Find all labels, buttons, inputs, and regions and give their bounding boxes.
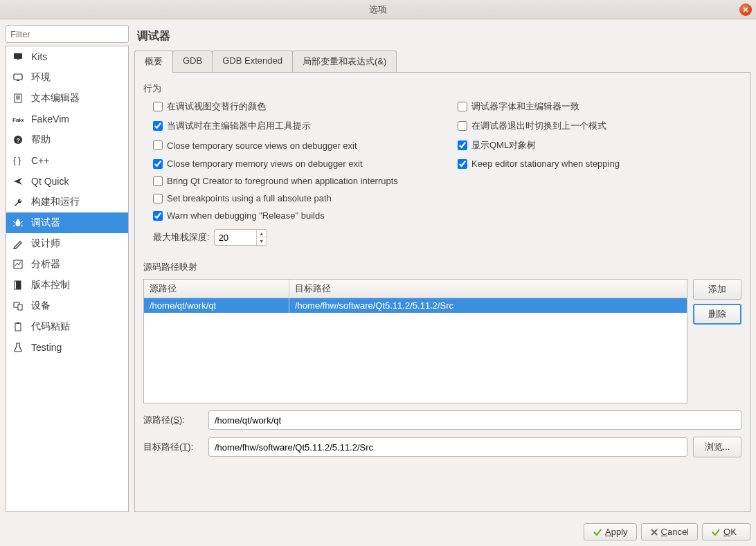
- check-label: Close temporary source views on debugger…: [167, 140, 357, 151]
- category-cpp[interactable]: { }C++: [6, 150, 128, 171]
- svg-text:?: ?: [17, 137, 21, 144]
- check-stationary[interactable]: Keep editor stationary when stepping: [458, 158, 741, 169]
- category-label: 设备: [31, 300, 51, 312]
- paste-icon: [12, 320, 24, 333]
- checkbox-close-mem[interactable]: [153, 159, 163, 169]
- svg-text:Fake: Fake: [12, 117, 24, 123]
- checkbox-absbp[interactable]: [153, 194, 163, 203]
- category-fakevim[interactable]: FakeFakeVim: [6, 109, 128, 129]
- check-abs-breakpoints[interactable]: Set breakpoints using a full absolute pa…: [153, 193, 741, 203]
- target-path-input[interactable]: [208, 437, 687, 457]
- check-close-memory[interactable]: Close temporary memory views on debugger…: [153, 158, 451, 169]
- category-label: 构建和运行: [31, 196, 80, 208]
- dialog-footer: Apply Cancel OK: [0, 518, 756, 546]
- spin-up-icon[interactable]: ▲: [257, 230, 267, 237]
- checkbox-font[interactable]: [458, 102, 467, 111]
- monitor-outline-icon: [12, 71, 24, 84]
- checkbox-stationary[interactable]: [458, 159, 467, 169]
- svg-rect-3: [17, 80, 19, 81]
- braces-icon: { }: [12, 154, 24, 167]
- category-help[interactable]: ?帮助: [6, 129, 128, 150]
- source-path-input[interactable]: [208, 410, 741, 430]
- delete-button[interactable]: 删除: [693, 304, 741, 325]
- check-qml-tree[interactable]: 显示QML对象树: [458, 139, 741, 152]
- tab-0[interactable]: 概要: [134, 51, 173, 72]
- source-path-label: 源路径(S):: [143, 414, 203, 426]
- category-analyzer[interactable]: 分析器: [6, 254, 128, 275]
- svg-text:{ }: { }: [13, 156, 21, 165]
- check-close-source[interactable]: Close temporary source views on debugger…: [153, 139, 451, 152]
- category-label: Kits: [31, 51, 47, 62]
- titlebar: 选项: [0, 0, 756, 19]
- flask-icon: [12, 341, 24, 354]
- check-alt-row-colors[interactable]: 在调试视图交替行的颜色: [153, 100, 451, 113]
- tab-bar: 概要GDBGDB Extended局部变量和表达式(&): [134, 51, 750, 73]
- mapping-section: 源码路径映射 源路径 目标路径 /home/qt/work/qt /home/f…: [143, 258, 741, 504]
- col-target[interactable]: 目标路径: [289, 280, 687, 298]
- col-source[interactable]: 源路径: [144, 280, 289, 298]
- category-qtquick[interactable]: Qt Quick: [6, 171, 128, 192]
- tab-body: 行为 在调试视图交替行的颜色 调试器字体和主编辑器一致 当调试时在主编辑器中启用…: [134, 73, 750, 512]
- browse-button[interactable]: 浏览...: [693, 437, 741, 457]
- svg-line-16: [13, 225, 15, 226]
- category-designer[interactable]: 设计师: [6, 233, 128, 254]
- stack-depth-label: 最大堆栈深度:: [153, 231, 210, 244]
- stack-depth-spinbox[interactable]: ▲ ▼: [214, 229, 267, 246]
- check-label: Keep editor stationary when stepping: [471, 158, 620, 169]
- check-label: Bring Qt Creator to foreground when appl…: [167, 176, 398, 186]
- svg-rect-1: [17, 60, 19, 60]
- tab-1[interactable]: GDB: [172, 51, 213, 72]
- check-warn-release[interactable]: Warn when debugging "Release" builds: [153, 210, 741, 221]
- tab-3[interactable]: 局部变量和表达式(&): [292, 51, 397, 72]
- question-icon: ?: [12, 134, 24, 146]
- category-buildrun[interactable]: 构建和运行: [6, 192, 128, 212]
- wrench-icon: [12, 196, 24, 208]
- cancel-icon: [650, 528, 658, 536]
- apply-label: Apply: [605, 527, 628, 537]
- stack-depth-input[interactable]: [215, 233, 256, 243]
- category-label: 设计师: [31, 237, 60, 250]
- category-testing[interactable]: Testing: [6, 337, 128, 358]
- check-font-match[interactable]: 调试器字体和主编辑器一致: [458, 100, 741, 113]
- checkbox-warnrel[interactable]: [153, 211, 163, 221]
- mapping-row[interactable]: /home/qt/work/qt /home/fhw/software/Qt5.…: [144, 298, 687, 313]
- ok-button[interactable]: OK: [702, 523, 750, 540]
- svg-line-14: [13, 221, 15, 223]
- mapping-table[interactable]: 源路径 目标路径 /home/qt/work/qt /home/fhw/soft…: [143, 279, 687, 403]
- category-label: 帮助: [31, 134, 51, 146]
- apply-button[interactable]: Apply: [584, 523, 637, 540]
- mapping-header: 源路径 目标路径: [144, 280, 687, 298]
- tab-2[interactable]: GDB Extended: [212, 51, 293, 72]
- checkbox-foreground[interactable]: [153, 176, 163, 186]
- category-paster[interactable]: 代码粘贴: [6, 316, 128, 337]
- checkbox-qml[interactable]: [458, 140, 467, 150]
- category-vcs[interactable]: 版本控制: [6, 275, 128, 295]
- checkbox-alt-row[interactable]: [153, 102, 163, 111]
- close-button[interactable]: [739, 3, 752, 16]
- check-label: 在调试视图交替行的颜色: [167, 100, 266, 113]
- category-devices[interactable]: 设备: [6, 295, 128, 316]
- svg-rect-0: [14, 53, 22, 59]
- category-debugger[interactable]: 调试器: [6, 212, 128, 233]
- filter-input[interactable]: [6, 25, 129, 43]
- spin-down-icon[interactable]: ▼: [257, 237, 267, 245]
- target-path-row: 目标路径(T): 浏览...: [143, 437, 741, 457]
- svg-point-13: [17, 219, 19, 222]
- fakevim-icon: Fake: [12, 113, 24, 125]
- check-icon: [593, 527, 602, 537]
- check-icon: [711, 527, 721, 537]
- mapping-body: 源路径 目标路径 /home/qt/work/qt /home/fhw/soft…: [143, 279, 741, 403]
- cancel-button[interactable]: Cancel: [641, 523, 698, 540]
- svg-rect-4: [15, 94, 21, 102]
- checkbox-switchback[interactable]: [458, 121, 467, 131]
- checkbox-tooltips[interactable]: [153, 121, 163, 131]
- category-kits[interactable]: Kits: [6, 46, 128, 67]
- checkbox-close-src[interactable]: [153, 140, 163, 150]
- check-tooltips[interactable]: 当调试时在主编辑器中启用工具提示: [153, 120, 451, 132]
- category-env[interactable]: 环境: [6, 67, 128, 88]
- add-button[interactable]: 添加: [693, 279, 741, 300]
- check-switch-back[interactable]: 在调试器退出时切换到上一个模式: [458, 120, 741, 132]
- stack-depth-row: 最大堆栈深度: ▲ ▼: [143, 229, 741, 246]
- category-texteditor[interactable]: 文本编辑器: [6, 88, 128, 109]
- check-foreground[interactable]: Bring Qt Creator to foreground when appl…: [153, 176, 741, 186]
